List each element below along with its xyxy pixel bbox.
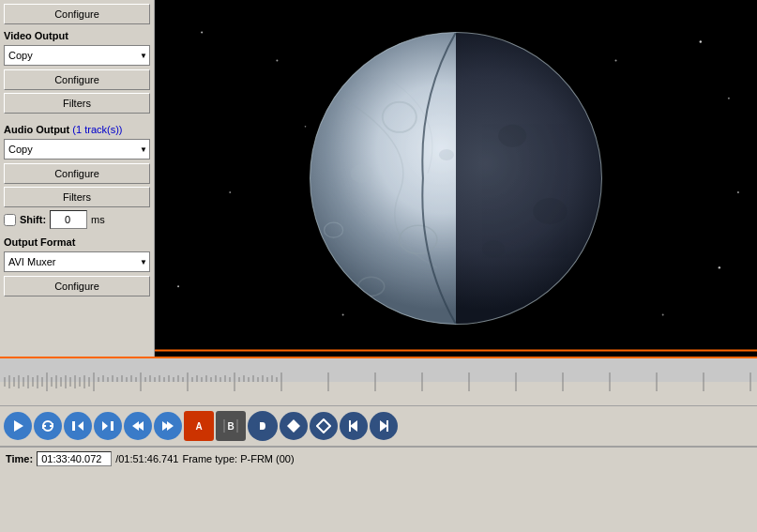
loop-button[interactable] <box>34 412 62 440</box>
svg-marker-152 <box>287 419 300 433</box>
play-button[interactable] <box>4 412 32 440</box>
svg-point-9 <box>662 313 664 315</box>
audio-output-label: Audio Output (1 track(s)) <box>4 124 150 135</box>
video-panel <box>155 0 757 357</box>
audio-output-dropdown[interactable]: Copy MP3 AAC AC3 <box>4 139 150 160</box>
svg-rect-137 <box>72 421 75 431</box>
video-output-section: Video Output Copy x264 xvid FFmpeg Confi… <box>4 30 150 116</box>
output-format-dropdown[interactable]: AVI Muxer MKV Muxer MP4 Muxer <box>4 251 150 272</box>
svg-point-19 <box>351 164 373 183</box>
video-configure-button[interactable]: Configure <box>4 69 150 90</box>
svg-point-11 <box>305 126 307 128</box>
svg-point-2 <box>276 60 278 62</box>
svg-point-5 <box>737 191 739 193</box>
bottom-area: A B <box>0 357 757 469</box>
audio-filters-button[interactable]: Filters <box>4 187 150 207</box>
video-output-dropdown[interactable]: Copy x264 xvid FFmpeg <box>4 45 150 66</box>
timeline-ticks-bottom <box>0 382 757 405</box>
ab-marker-button[interactable] <box>248 411 278 441</box>
time-label: Time: <box>6 453 33 464</box>
svg-text:A: A <box>195 421 202 432</box>
svg-point-26 <box>482 240 505 257</box>
svg-point-1 <box>201 32 203 34</box>
svg-rect-139 <box>111 421 114 431</box>
ticks-svg-top <box>0 358 757 382</box>
svg-marker-154 <box>350 420 357 432</box>
svg-point-10 <box>177 285 179 287</box>
svg-marker-135 <box>14 420 23 432</box>
svg-point-7 <box>229 191 231 193</box>
svg-marker-156 <box>380 420 387 432</box>
nav-forward-button[interactable] <box>370 412 398 440</box>
next-keyframe-button[interactable] <box>154 412 182 440</box>
frame-type: Frame type: P-FRM (00) <box>182 453 294 464</box>
output-format-label: Output Format <box>4 236 150 248</box>
svg-rect-100 <box>0 382 757 405</box>
svg-marker-153 <box>317 419 330 433</box>
ms-label: ms <box>91 214 105 225</box>
nav-back-button[interactable] <box>340 412 368 440</box>
forward-button[interactable] <box>94 412 122 440</box>
audio-output-section: Audio Output (1 track(s)) Copy MP3 AAC A… <box>4 124 150 229</box>
shift-checkbox[interactable] <box>4 214 16 226</box>
timeline-area[interactable] <box>0 358 757 405</box>
shift-input[interactable] <box>50 210 87 229</box>
svg-marker-141 <box>132 421 139 431</box>
top-configure-button[interactable]: Configure <box>4 4 150 24</box>
output-format-section: Output Format AVI Muxer MKV Muxer MP4 Mu… <box>4 236 150 299</box>
video-filters-button[interactable]: Filters <box>4 93 150 114</box>
svg-marker-136 <box>78 421 83 431</box>
svg-marker-138 <box>102 421 108 431</box>
svg-point-3 <box>700 40 702 42</box>
mark-b-button[interactable]: B <box>216 411 246 441</box>
marker-outline-button[interactable] <box>310 412 338 440</box>
svg-point-6 <box>719 266 720 268</box>
left-panel: Configure Video Output Copy x264 xvid FF… <box>0 0 155 357</box>
video-preview <box>155 0 757 357</box>
audio-configure-button[interactable]: Configure <box>4 163 150 184</box>
status-bar: Time: 01:33:40.072 /01:51:46.741 Frame t… <box>0 447 757 469</box>
svg-text:B: B <box>227 421 234 432</box>
ticks-svg-bottom <box>0 382 757 405</box>
svg-point-12 <box>615 60 617 62</box>
svg-point-24 <box>498 125 526 147</box>
rewind-button[interactable] <box>64 412 92 440</box>
timeline-ticks-top <box>0 358 757 382</box>
audio-track-link[interactable]: (1 track(s)) <box>72 124 122 135</box>
total-time: /01:51:46.741 <box>115 453 178 464</box>
svg-point-8 <box>342 313 344 315</box>
shift-row: Shift: ms <box>4 210 150 229</box>
marker-button[interactable] <box>280 412 308 440</box>
current-time: 01:33:40.072 <box>37 451 112 466</box>
svg-marker-143 <box>167 421 174 431</box>
svg-rect-29 <box>0 358 757 382</box>
prev-keyframe-button[interactable] <box>124 412 152 440</box>
svg-point-25 <box>533 198 567 224</box>
shift-label: Shift: <box>20 214 46 225</box>
controls-bar: A B <box>0 405 757 447</box>
mark-a-button[interactable]: A <box>184 411 214 441</box>
svg-point-4 <box>728 98 730 99</box>
video-output-label: Video Output <box>4 30 150 41</box>
svg-point-21 <box>439 149 454 160</box>
format-configure-button[interactable]: Configure <box>4 276 150 296</box>
